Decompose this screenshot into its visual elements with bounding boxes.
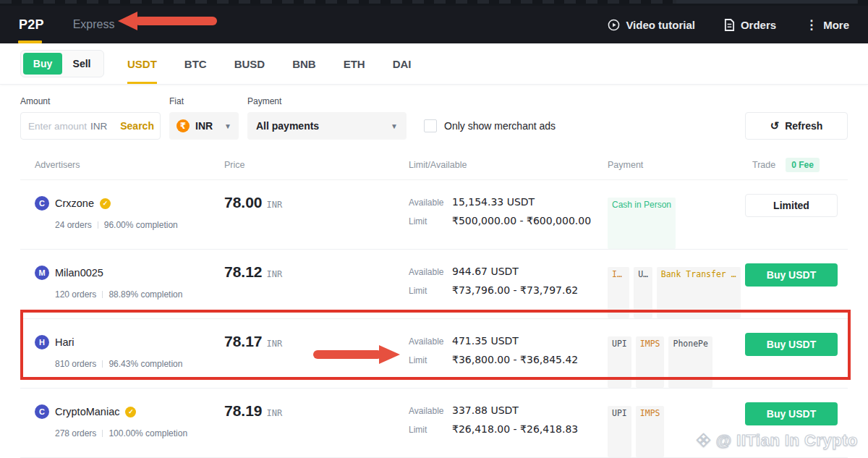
fiat-select[interactable]: ₹ INR ▼ [169, 112, 239, 140]
payment-tag: IMPS [636, 336, 665, 388]
payment-label: Payment [247, 96, 407, 106]
payment-tag: Bank Transfer (India... [657, 267, 741, 318]
payment-tag: UPI [608, 336, 631, 388]
advertiser-name[interactable]: CryptoManiac [55, 406, 119, 417]
payment-filter: Payment All payments ▼ [247, 96, 407, 140]
tab-btc[interactable]: BTC [184, 43, 207, 84]
limit-label: Limit [409, 215, 452, 226]
limit-label: Limit [409, 354, 452, 365]
rupee-coin-icon: ₹ [176, 119, 190, 132]
price-currency: INR [267, 408, 283, 418]
filter-bar: Amount INR Search Fiat ₹ INR ▼ Payment A… [0, 85, 868, 150]
advertiser-cell: H Hari 810 orders 96.43% completion [35, 319, 224, 388]
nav-links: Video tutorial Orders ⋮ More [608, 19, 849, 31]
price-currency: INR [267, 200, 283, 210]
price-cell: 78.00INR [224, 180, 409, 249]
available-value: 944.67 USDT [452, 266, 519, 277]
merchant-ads-label: Only show merchant ads [444, 120, 556, 132]
buy-usdt-button[interactable]: Buy USDT [745, 263, 838, 287]
avatar: H [35, 335, 49, 349]
price-value: 78.12 [224, 263, 263, 280]
table-row: C CryptoManiac ✓ 278 orders 100.00% comp… [20, 389, 848, 458]
tab-eth[interactable]: ETH [344, 43, 365, 84]
tab-express[interactable]: Express [73, 18, 115, 31]
header-limit: Limit/Available [409, 160, 608, 170]
limit-available-cell: Available471.35 USDT Limit₹36,800.00 - ₹… [409, 319, 608, 388]
table-row: M Milan0025 120 orders 88.89% completion… [20, 250, 848, 319]
orders-count: 810 orders [55, 359, 96, 369]
refresh-button[interactable]: ↺ Refresh [745, 112, 848, 140]
advertiser-name[interactable]: Crxzone [55, 198, 94, 209]
payment-select[interactable]: All payments ▼ [247, 112, 407, 140]
tab-usdt[interactable]: USDT [127, 43, 157, 84]
tab-dai[interactable]: DAI [393, 43, 412, 84]
price-currency: INR [267, 269, 283, 279]
payment-methods-cell: IMPS UPI Bank Transfer (India... [608, 250, 745, 318]
video-tutorial-link[interactable]: Video tutorial [608, 19, 695, 31]
available-value: 15,154.33 USDT [452, 196, 535, 208]
trade-cell: Buy USDT [745, 250, 848, 318]
limit-value: ₹73,796.00 - ₹73,797.62 [452, 284, 578, 296]
verified-badge-icon: ✓ [100, 198, 111, 209]
refresh-icon: ↺ [770, 119, 780, 132]
buy-toggle-button[interactable]: Buy [23, 53, 62, 75]
completion-rate: 100.00% completion [109, 428, 187, 438]
table-row: C Crxzone ✓ 24 orders 96.00% completion … [20, 180, 848, 250]
avatar: C [35, 196, 49, 211]
play-circle-icon [608, 19, 620, 31]
header-trade: Trade 0 Fee [745, 158, 848, 172]
payment-tag: IMPS [636, 406, 665, 457]
tab-busd[interactable]: BUSD [234, 43, 265, 84]
completion-rate: 96.00% completion [104, 220, 178, 230]
header-payment: Payment [608, 160, 745, 170]
verified-badge-icon: ✓ [125, 407, 136, 417]
checkbox-unchecked[interactable] [424, 119, 437, 132]
orders-count: 24 orders [55, 220, 92, 230]
advertiser-name[interactable]: Hari [55, 336, 75, 348]
sell-toggle-button[interactable]: Sell [62, 53, 101, 75]
completion-rate: 88.89% completion [109, 289, 182, 300]
orders-count: 278 orders [55, 428, 96, 438]
search-button[interactable]: Search [120, 120, 154, 132]
orders-link[interactable]: Orders [724, 19, 776, 31]
payment-value: All payments [256, 120, 319, 132]
header-price: Price [224, 160, 409, 170]
buy-sell-toggle: Buy Sell [20, 50, 104, 77]
available-label: Available [409, 196, 452, 208]
top-nav: P2P Express Video tutorial Orders ⋮ More [0, 6, 868, 43]
buy-usdt-button[interactable]: Buy USDT [745, 333, 838, 356]
limit-value: ₹26,418.00 - ₹26,418.83 [452, 423, 578, 435]
chevron-down-icon: ▼ [224, 122, 231, 130]
limit-available-cell: Available15,154.33 USDT Limit₹500,000.00… [409, 180, 608, 249]
completion-rate: 96.43% completion [109, 359, 182, 369]
payment-tag: IMPS [608, 267, 629, 318]
offers-table: Advertisers Price Limit/Available Paymen… [20, 150, 848, 458]
buy-usdt-button[interactable]: Buy USDT [745, 402, 838, 425]
payment-methods-cell: UPI IMPS PhonePe [608, 319, 745, 388]
divider [102, 360, 103, 368]
limit-value: ₹36,800.00 - ₹36,845.42 [452, 354, 578, 365]
crypto-tabs: USDT BTC BUSD BNB ETH DAI [127, 43, 412, 84]
payment-tag: Cash in Person [608, 198, 676, 249]
fiat-label: Fiat [169, 96, 239, 106]
fiat-value: INR [195, 120, 213, 132]
payment-tag: UPI [608, 406, 631, 457]
fiat-filter: Fiat ₹ INR ▼ [169, 96, 239, 140]
amount-input[interactable] [28, 121, 90, 132]
limited-button[interactable]: Limited [745, 194, 838, 217]
price-cell: 78.19INR [224, 389, 409, 457]
divider [98, 221, 98, 229]
price-cell: 78.12INR [224, 250, 409, 318]
advertiser-name[interactable]: Milan0025 [55, 267, 103, 279]
tab-bnb[interactable]: BNB [292, 43, 316, 84]
table-row-highlighted: H Hari 810 orders 96.43% completion 78.1… [20, 319, 848, 389]
more-menu[interactable]: ⋮ More [805, 19, 849, 31]
available-value: 337.88 USDT [452, 404, 519, 416]
merchant-ads-checkbox-row[interactable]: Only show merchant ads [424, 112, 556, 140]
price-value: 78.00 [224, 194, 263, 211]
price-value: 78.19 [224, 402, 263, 419]
trade-cell: Buy USDT [745, 389, 848, 457]
zero-fee-badge: 0 Fee [786, 158, 820, 172]
tab-p2p[interactable]: P2P [19, 17, 44, 33]
amount-label: Amount [20, 96, 161, 106]
